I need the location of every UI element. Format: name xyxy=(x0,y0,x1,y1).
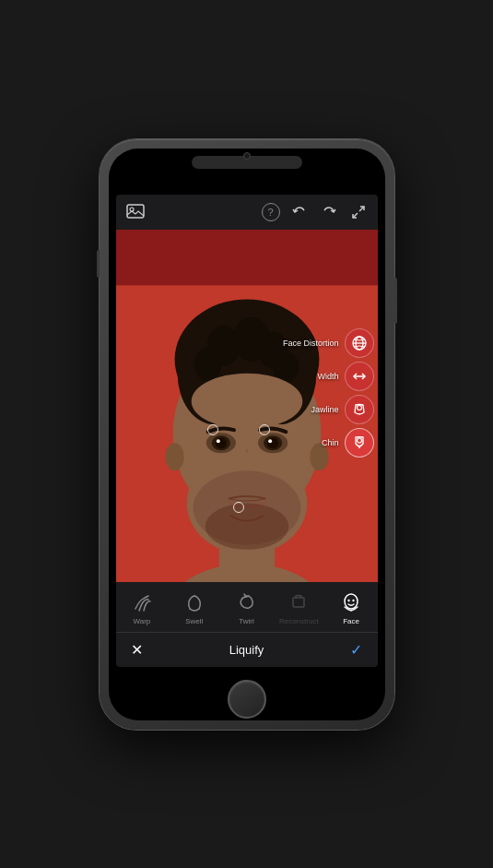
swell-icon xyxy=(182,590,206,614)
confirm-button[interactable]: ✓ xyxy=(350,641,362,659)
screen-title: Liquify xyxy=(229,643,264,657)
cancel-button[interactable]: ✕ xyxy=(131,641,143,659)
svg-point-31 xyxy=(205,503,288,549)
svg-point-22 xyxy=(216,439,219,443)
help-label: ? xyxy=(267,207,273,218)
face-label: Face xyxy=(343,617,359,625)
face-icon xyxy=(339,590,363,614)
chin-item[interactable]: Chin xyxy=(322,428,374,458)
svg-point-25 xyxy=(267,437,278,448)
swell-tool[interactable]: Swell xyxy=(174,590,215,625)
jawline-btn[interactable] xyxy=(345,395,374,424)
svg-rect-5 xyxy=(116,230,378,285)
jawline-item[interactable]: Jawline xyxy=(311,395,373,424)
face-distortion-item[interactable]: Face Distortion xyxy=(283,328,374,358)
undo-icon[interactable] xyxy=(289,202,310,222)
app-screen: ? xyxy=(116,195,378,667)
face-distortion-btn[interactable] xyxy=(345,328,374,358)
warp-icon xyxy=(130,590,154,614)
image-canvas[interactable]: Face Distortion xyxy=(116,230,378,582)
svg-point-32 xyxy=(165,443,183,470)
left-eye-dot[interactable] xyxy=(207,424,218,435)
svg-rect-41 xyxy=(293,598,304,607)
chin-label: Chin xyxy=(322,438,339,447)
svg-point-21 xyxy=(215,437,226,448)
svg-rect-0 xyxy=(127,205,144,218)
warp-tool[interactable]: Warp xyxy=(122,590,162,625)
svg-point-42 xyxy=(345,594,358,609)
face-distortion-menu: Face Distortion xyxy=(283,328,374,458)
svg-point-44 xyxy=(352,599,354,600)
twirl-tool[interactable]: Twirl xyxy=(226,590,266,625)
svg-point-26 xyxy=(268,439,272,443)
svg-point-43 xyxy=(347,599,349,600)
reconstruct-label: Reconstruct xyxy=(279,617,319,625)
home-button[interactable] xyxy=(228,680,266,719)
phone-frame: ? xyxy=(100,139,394,730)
volume-button xyxy=(97,250,100,278)
width-btn[interactable] xyxy=(345,362,374,391)
redo-icon[interactable] xyxy=(319,202,339,222)
reconstruct-icon xyxy=(287,590,311,614)
expand-icon[interactable] xyxy=(348,202,369,222)
help-icon[interactable]: ? xyxy=(262,203,280,221)
phone-screen: ? xyxy=(109,149,385,720)
phone-camera xyxy=(243,152,251,160)
twirl-label: Twirl xyxy=(239,617,253,625)
svg-point-38 xyxy=(357,405,361,410)
jawline-label: Jawline xyxy=(311,405,338,414)
swell-label: Swell xyxy=(185,617,203,625)
bottom-toolbar: Warp Swell xyxy=(116,582,378,632)
svg-point-16 xyxy=(194,347,221,380)
warp-label: Warp xyxy=(133,617,150,625)
chin-dot[interactable] xyxy=(233,502,244,513)
face-tool[interactable]: Face xyxy=(331,590,371,625)
right-eye-dot[interactable] xyxy=(259,424,270,435)
width-item[interactable]: Width xyxy=(317,362,373,391)
width-label: Width xyxy=(317,372,338,381)
action-bar: ✕ Liquify ✓ xyxy=(116,632,378,667)
svg-point-39 xyxy=(357,438,361,443)
gallery-icon[interactable] xyxy=(125,202,146,222)
power-button xyxy=(394,278,397,324)
chin-btn[interactable] xyxy=(345,428,374,458)
twirl-icon xyxy=(234,590,258,614)
face-distortion-label: Face Distortion xyxy=(283,339,339,348)
top-toolbar: ? xyxy=(116,195,378,230)
reconstruct-tool: Reconstruct xyxy=(278,590,319,625)
